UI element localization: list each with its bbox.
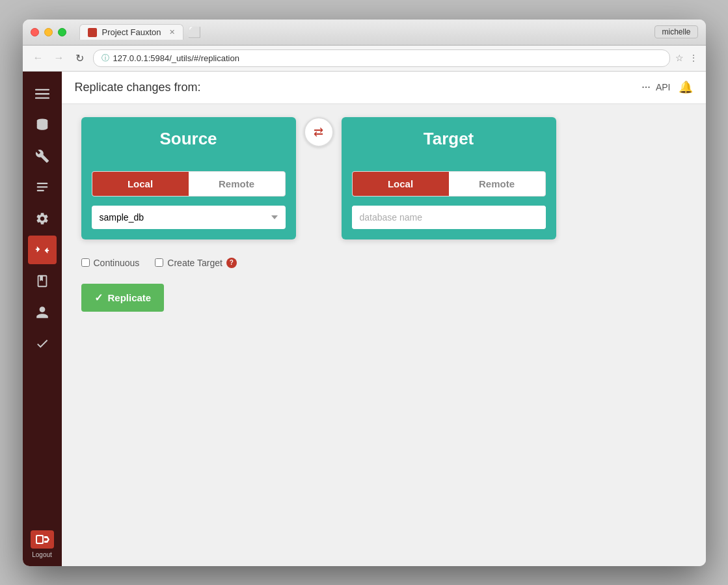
api-label: API (656, 82, 671, 92)
svg-rect-2 (35, 97, 49, 98)
logout-label: Logout (32, 551, 52, 558)
browser-menu-icon[interactable]: ⋮ (689, 53, 698, 63)
new-tab-button[interactable]: ⬜ (186, 23, 203, 40)
svg-rect-1 (35, 93, 49, 94)
replicate-button[interactable]: ✓ Replicate (81, 284, 165, 312)
create-target-checkbox[interactable] (155, 258, 163, 267)
svg-point-10 (642, 87, 643, 88)
urlbar: ← → ↻ ⓘ 127.0.0.1:5984/_utils/#/replicat… (23, 46, 706, 72)
sidebar-item-query[interactable] (28, 173, 57, 202)
sidebar-item-users[interactable] (28, 298, 57, 327)
source-body: Local Remote sample_db test_db mydb _use… (81, 161, 296, 239)
url-text: 127.0.0.1:5984/_utils/#/replication (113, 53, 662, 63)
create-target-label: Create Target (167, 258, 222, 268)
sidebar-item-replication[interactable] (28, 236, 57, 264)
secure-icon: ⓘ (101, 53, 109, 64)
svg-rect-0 (35, 88, 49, 90)
sidebar-logout[interactable]: Logout (31, 530, 54, 558)
bookmark-icon[interactable]: ☆ (675, 53, 684, 63)
continuous-label: Continuous (94, 258, 140, 268)
swap-button[interactable]: ⇄ (304, 117, 334, 147)
sidebar-item-menu[interactable] (28, 79, 57, 108)
sidebar-item-settings[interactable] (28, 204, 57, 233)
svg-rect-4 (36, 182, 47, 184)
topbar: Replicate changes from: API 🔔 (62, 72, 706, 104)
svg-rect-6 (36, 189, 44, 191)
browser-tab[interactable]: Project Fauxton ✕ (79, 24, 183, 40)
svg-rect-8 (37, 536, 42, 543)
back-button[interactable]: ← (31, 50, 46, 66)
user-badge: michelle (654, 25, 697, 38)
target-toggle-row: Local Remote (352, 171, 546, 197)
source-header: Source (81, 117, 296, 161)
forward-button[interactable]: → (51, 50, 67, 66)
browser-content: Logout Replicate changes from: API 🔔 (23, 72, 706, 566)
refresh-button[interactable]: ↻ (72, 50, 88, 66)
api-button[interactable]: API (640, 81, 671, 93)
maximize-button[interactable] (58, 28, 66, 36)
tab-title: Project Fauxton (102, 27, 161, 37)
source-db-select[interactable]: sample_db test_db mydb _users _replicato… (92, 206, 286, 229)
target-panel: Target Local Remote (342, 117, 556, 239)
svg-rect-5 (36, 186, 47, 187)
replicate-label: Replicate (108, 292, 152, 303)
target-header: Target (342, 117, 556, 161)
replication-panels: Source Local Remote sample_db test_db (81, 117, 686, 239)
minimize-button[interactable] (44, 28, 53, 36)
svg-point-11 (648, 87, 649, 88)
replicate-check-icon: ✓ (94, 292, 103, 304)
source-db-select-wrap: sample_db test_db mydb _users _replicato… (92, 206, 286, 229)
swap-button-wrap: ⇄ (296, 117, 342, 147)
sidebar-item-verify[interactable] (28, 329, 57, 358)
create-target-help-icon[interactable]: ? (226, 258, 237, 268)
continuous-checkbox[interactable] (81, 258, 90, 267)
titlebar: Project Fauxton ✕ ⬜ michelle (23, 20, 706, 46)
svg-point-9 (645, 87, 647, 88)
page-title: Replicate changes from: (75, 81, 632, 94)
tab-favicon (88, 28, 97, 37)
sidebar-item-tools[interactable] (28, 142, 57, 170)
target-db-input-wrap (352, 206, 546, 229)
browser-window: Project Fauxton ✕ ⬜ michelle ← → ↻ ⓘ 127… (23, 20, 706, 566)
sidebar: Logout (23, 72, 62, 566)
target-local-button[interactable]: Local (353, 172, 449, 196)
logout-icon (31, 530, 54, 549)
bell-icon[interactable]: 🔔 (679, 80, 693, 94)
target-db-input[interactable] (352, 206, 546, 229)
create-target-checkbox-label[interactable]: Create Target ? (155, 258, 237, 268)
source-panel: Source Local Remote sample_db test_db (81, 117, 296, 239)
checkbox-row: Continuous Create Target ? (81, 258, 686, 268)
url-bar[interactable]: ⓘ 127.0.0.1:5984/_utils/#/replication (93, 49, 670, 67)
source-toggle-row: Local Remote (92, 171, 286, 197)
source-local-button[interactable]: Local (92, 172, 189, 196)
source-remote-button[interactable]: Remote (189, 172, 285, 196)
sidebar-item-databases[interactable] (28, 111, 57, 139)
traffic-lights (31, 28, 66, 36)
tab-close-icon[interactable]: ✕ (169, 28, 175, 36)
replication-area: Source Local Remote sample_db test_db (62, 104, 706, 325)
target-remote-button[interactable]: Remote (449, 172, 545, 196)
page-content: Replicate changes from: API 🔔 Source (62, 72, 706, 566)
sidebar-item-documentation[interactable] (28, 267, 57, 295)
close-button[interactable] (31, 28, 39, 36)
target-body: Local Remote (342, 161, 556, 239)
continuous-checkbox-label[interactable]: Continuous (81, 258, 140, 268)
